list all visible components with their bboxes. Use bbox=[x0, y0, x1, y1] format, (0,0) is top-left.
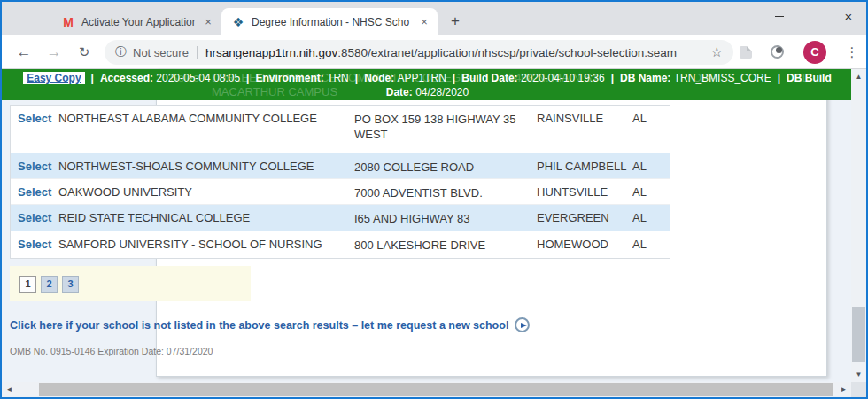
school-name-cell: REID STATE TECHNICAL COLLEGE bbox=[58, 205, 354, 224]
state-cell: AL bbox=[632, 179, 664, 199]
banner-value: APP1TRN bbox=[398, 72, 446, 84]
tab-close-icon[interactable]: × bbox=[200, 14, 216, 30]
banner-label: Environment: bbox=[255, 72, 323, 84]
toolbar-divider bbox=[794, 44, 794, 60]
pagination: 123 bbox=[10, 266, 251, 301]
school-name-cell: NORTHWEST-SHOALS COMMUNITY COLLEGE bbox=[58, 153, 354, 173]
banner-separator: | bbox=[355, 72, 358, 84]
url-text: hrsangenapp1trn.nih.gov:8580/extranet/ap… bbox=[205, 46, 704, 59]
maximize-button[interactable] bbox=[796, 2, 832, 30]
close-icon: × bbox=[845, 9, 853, 24]
state-cell: AL bbox=[632, 153, 664, 173]
environment-banner: Select LURLEEN B. WALLACE COMMUNITY COLL… bbox=[2, 69, 851, 100]
banner-value: 2020-04-10 19:36 bbox=[521, 72, 605, 84]
select-link[interactable]: Select bbox=[18, 160, 51, 173]
banner-value: TRN_BMISS_CORE bbox=[674, 72, 771, 84]
select-link[interactable]: Select bbox=[18, 185, 51, 199]
banner-separator: | bbox=[91, 72, 94, 84]
bookmark-star-icon[interactable]: ☆ bbox=[711, 44, 723, 60]
tab-degree-information[interactable]: ❖ Degree Information - NHSC Scho × bbox=[221, 8, 438, 35]
table-row: Select NORTHWEST-SHOALS COMMUNITY COLLEG… bbox=[11, 153, 670, 179]
banner-text: Easy Copy|Accessed: 2020-05-04 08:05|Env… bbox=[21, 71, 833, 99]
scroll-up-icon[interactable]: ▲ bbox=[851, 69, 866, 84]
minimize-button[interactable] bbox=[762, 2, 797, 30]
address-cell: PO BOX 159 138 HIGHWAY 35 WEST bbox=[354, 106, 537, 142]
globe-extension-icon[interactable] bbox=[771, 45, 784, 59]
easy-copy-link[interactable]: Easy Copy bbox=[23, 72, 84, 84]
url-host: hrsangenapp1trn.nih.gov bbox=[205, 46, 337, 59]
page-button-1[interactable]: 1 bbox=[19, 276, 36, 293]
table-row: Select SAMFORD UNIVERSITY - SCHOOL OF NU… bbox=[11, 231, 670, 258]
table-row: Select OAKWOOD UNIVERSITY 7000 ADVENTIST… bbox=[11, 179, 670, 205]
banner-value: 2020-05-04 08:05 bbox=[156, 72, 240, 84]
browser-toolbar: ← → ↻ ⓘ Not secure hrsangenapp1trn.nih.g… bbox=[2, 35, 866, 69]
titlebar: M Activate Your Application Accoun × ❖ D… bbox=[2, 2, 866, 35]
minimize-icon bbox=[775, 16, 784, 17]
horizontal-scrollbar-thumb[interactable] bbox=[39, 383, 833, 396]
security-label: Not secure bbox=[133, 46, 189, 59]
request-school-row: Click here if your school is not listed … bbox=[10, 317, 530, 332]
gmail-icon: M bbox=[58, 15, 78, 29]
table-row: Select REID STATE TECHNICAL COLLEGE I65 … bbox=[11, 205, 670, 231]
select-link[interactable]: Select bbox=[18, 112, 51, 125]
scroll-left-icon[interactable]: ◄ bbox=[2, 382, 17, 397]
page-button-2[interactable]: 2 bbox=[41, 276, 58, 293]
address-cell: 800 LAKESHORE DRIVE bbox=[354, 231, 537, 253]
nhsc-favicon-icon: ❖ bbox=[229, 15, 248, 29]
close-button[interactable]: × bbox=[831, 2, 866, 30]
table-row: Select NORTHEAST ALABAMA COMMUNITY COLLE… bbox=[11, 106, 670, 153]
request-new-school-link[interactable]: Click here if your school is not listed … bbox=[10, 319, 508, 332]
maximize-icon bbox=[810, 12, 818, 20]
page-button-3[interactable]: 3 bbox=[62, 276, 79, 293]
scroll-right-icon[interactable]: ► bbox=[836, 382, 851, 397]
profile-avatar[interactable]: C bbox=[803, 41, 826, 64]
scrollbar-corner bbox=[851, 382, 866, 397]
school-name-cell: NORTHEAST ALABAMA COMMUNITY COLLEGE bbox=[58, 106, 354, 125]
back-button[interactable]: ← bbox=[12, 41, 35, 64]
city-cell: HUNTSVILLE bbox=[537, 179, 632, 199]
tab-title: Activate Your Application Accoun bbox=[81, 16, 195, 28]
city-cell: RAINSVILLE bbox=[537, 106, 632, 125]
banner-value: 04/28/2020 bbox=[415, 86, 469, 98]
state-cell: AL bbox=[632, 106, 664, 125]
address-cell: 2080 COLLEGE ROAD bbox=[354, 153, 537, 175]
state-cell: AL bbox=[632, 231, 664, 251]
page-extension-icon[interactable] bbox=[740, 46, 752, 59]
banner-value: TRN bbox=[327, 72, 349, 84]
banner-label: Accessed: bbox=[100, 72, 153, 84]
state-cell: AL bbox=[632, 205, 664, 224]
banner-separator: | bbox=[778, 72, 780, 84]
reload-button[interactable]: ↻ bbox=[73, 41, 96, 64]
banner-label: Build Date: bbox=[461, 72, 517, 84]
scroll-down-icon[interactable]: ▼ bbox=[851, 367, 866, 382]
school-name-cell: SAMFORD UNIVERSITY - SCHOOL OF NURSING bbox=[58, 231, 354, 251]
school-name-cell: OAKWOOD UNIVERSITY bbox=[58, 179, 354, 199]
vertical-scrollbar-thumb[interactable] bbox=[852, 307, 865, 362]
city-cell: HOMEWOOD bbox=[537, 231, 632, 251]
page-content: Select LURLEEN B. WALLACE COMMUNITY COLL… bbox=[2, 69, 866, 397]
address-cell: I65 AND HIGHWAY 83 bbox=[354, 205, 537, 226]
city-cell: PHIL CAMPBELL bbox=[537, 153, 632, 173]
select-link[interactable]: Select bbox=[18, 238, 51, 251]
address-cell: 7000 ADVENTIST BLVD. bbox=[354, 179, 537, 200]
school-results-table: Select NORTHEAST ALABAMA COMMUNITY COLLE… bbox=[10, 105, 670, 259]
banner-separator: | bbox=[453, 72, 455, 84]
url-path: :8580/extranet/application/nhscsp/privat… bbox=[337, 46, 677, 59]
url-divider bbox=[197, 46, 198, 59]
banner-label: DB Name: bbox=[620, 72, 670, 84]
browser-menu-icon[interactable]: ⋮ bbox=[841, 41, 863, 64]
horizontal-scrollbar[interactable]: ◄ ► bbox=[2, 382, 851, 397]
browser-window: M Activate Your Application Accoun × ❖ D… bbox=[0, 0, 868, 399]
tab-activate-application[interactable]: M Activate Your Application Accoun × bbox=[51, 8, 221, 35]
select-link[interactable]: Select bbox=[18, 211, 51, 224]
address-bar[interactable]: ⓘ Not secure hrsangenapp1trn.nih.gov:858… bbox=[105, 40, 733, 65]
city-cell: EVERGREEN bbox=[537, 205, 632, 224]
tab-close-icon[interactable]: × bbox=[416, 14, 432, 30]
new-tab-button[interactable]: + bbox=[445, 12, 466, 33]
tab-title: Degree Information - NHSC Scho bbox=[252, 16, 411, 28]
info-icon[interactable]: ⓘ bbox=[115, 44, 127, 60]
forward-button[interactable]: → bbox=[43, 41, 66, 64]
banner-label: Node: bbox=[364, 72, 394, 84]
vertical-scrollbar[interactable]: ▲ ▼ bbox=[851, 69, 866, 382]
play-arrow-icon[interactable] bbox=[515, 317, 530, 332]
